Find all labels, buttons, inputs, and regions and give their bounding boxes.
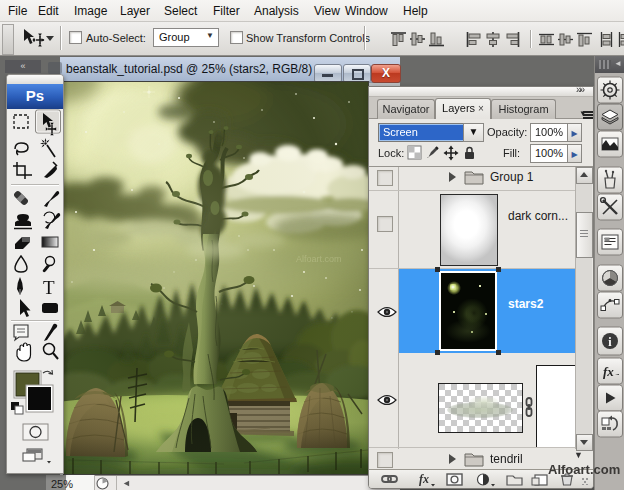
svg-text:fx: fx xyxy=(419,472,429,486)
svg-text:T: T xyxy=(43,277,55,298)
svg-text:fx: fx xyxy=(603,364,614,379)
